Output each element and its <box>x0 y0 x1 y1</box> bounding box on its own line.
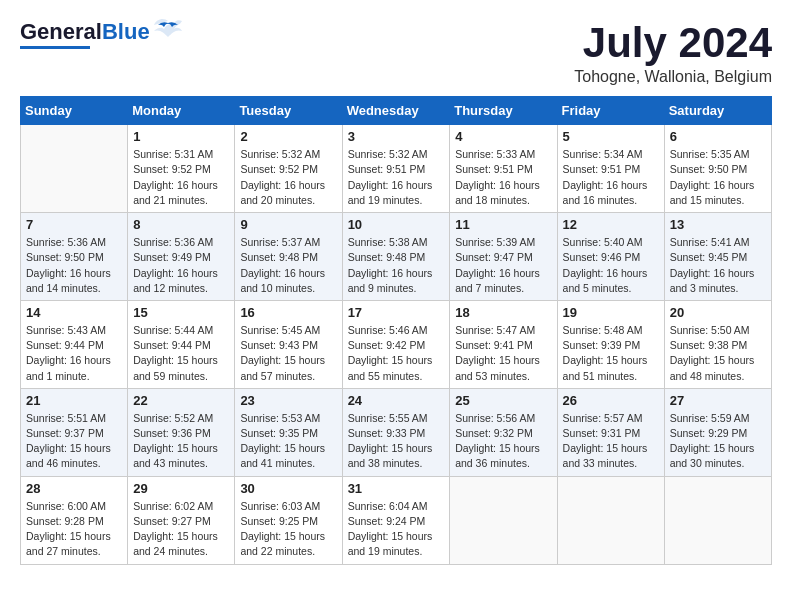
day-number: 17 <box>348 305 445 320</box>
day-number: 14 <box>26 305 122 320</box>
calendar-cell <box>21 125 128 213</box>
day-info: Sunrise: 5:40 AM Sunset: 9:46 PM Dayligh… <box>563 235 659 296</box>
day-info: Sunrise: 5:46 AM Sunset: 9:42 PM Dayligh… <box>348 323 445 384</box>
calendar-week-row: 7Sunrise: 5:36 AM Sunset: 9:50 PM Daylig… <box>21 213 772 301</box>
calendar-cell: 26Sunrise: 5:57 AM Sunset: 9:31 PM Dayli… <box>557 388 664 476</box>
day-info: Sunrise: 5:32 AM Sunset: 9:51 PM Dayligh… <box>348 147 445 208</box>
calendar-cell: 25Sunrise: 5:56 AM Sunset: 9:32 PM Dayli… <box>450 388 557 476</box>
day-number: 15 <box>133 305 229 320</box>
weekday-header-saturday: Saturday <box>664 97 771 125</box>
calendar-cell: 12Sunrise: 5:40 AM Sunset: 9:46 PM Dayli… <box>557 213 664 301</box>
day-number: 21 <box>26 393 122 408</box>
weekday-header-wednesday: Wednesday <box>342 97 450 125</box>
calendar-cell: 18Sunrise: 5:47 AM Sunset: 9:41 PM Dayli… <box>450 300 557 388</box>
calendar-cell: 24Sunrise: 5:55 AM Sunset: 9:33 PM Dayli… <box>342 388 450 476</box>
day-number: 22 <box>133 393 229 408</box>
day-info: Sunrise: 5:39 AM Sunset: 9:47 PM Dayligh… <box>455 235 551 296</box>
day-number: 7 <box>26 217 122 232</box>
day-number: 8 <box>133 217 229 232</box>
day-info: Sunrise: 5:47 AM Sunset: 9:41 PM Dayligh… <box>455 323 551 384</box>
day-number: 30 <box>240 481 336 496</box>
day-info: Sunrise: 5:38 AM Sunset: 9:48 PM Dayligh… <box>348 235 445 296</box>
day-number: 28 <box>26 481 122 496</box>
calendar-cell: 30Sunrise: 6:03 AM Sunset: 9:25 PM Dayli… <box>235 476 342 564</box>
calendar-cell: 9Sunrise: 5:37 AM Sunset: 9:48 PM Daylig… <box>235 213 342 301</box>
day-number: 23 <box>240 393 336 408</box>
day-info: Sunrise: 5:59 AM Sunset: 9:29 PM Dayligh… <box>670 411 766 472</box>
page-header: GeneralBlue July 2024 Tohogne, Wallonia,… <box>20 20 772 86</box>
calendar-cell: 6Sunrise: 5:35 AM Sunset: 9:50 PM Daylig… <box>664 125 771 213</box>
day-number: 16 <box>240 305 336 320</box>
calendar-cell: 28Sunrise: 6:00 AM Sunset: 9:28 PM Dayli… <box>21 476 128 564</box>
title-block: July 2024 Tohogne, Wallonia, Belgium <box>574 20 772 86</box>
day-number: 12 <box>563 217 659 232</box>
logo-underline <box>20 46 90 49</box>
day-info: Sunrise: 5:36 AM Sunset: 9:50 PM Dayligh… <box>26 235 122 296</box>
calendar-cell: 22Sunrise: 5:52 AM Sunset: 9:36 PM Dayli… <box>128 388 235 476</box>
day-info: Sunrise: 6:00 AM Sunset: 9:28 PM Dayligh… <box>26 499 122 560</box>
day-number: 2 <box>240 129 336 144</box>
calendar-cell: 11Sunrise: 5:39 AM Sunset: 9:47 PM Dayli… <box>450 213 557 301</box>
day-info: Sunrise: 5:34 AM Sunset: 9:51 PM Dayligh… <box>563 147 659 208</box>
day-info: Sunrise: 5:57 AM Sunset: 9:31 PM Dayligh… <box>563 411 659 472</box>
calendar-cell: 20Sunrise: 5:50 AM Sunset: 9:38 PM Dayli… <box>664 300 771 388</box>
day-info: Sunrise: 5:41 AM Sunset: 9:45 PM Dayligh… <box>670 235 766 296</box>
day-info: Sunrise: 5:55 AM Sunset: 9:33 PM Dayligh… <box>348 411 445 472</box>
day-info: Sunrise: 5:32 AM Sunset: 9:52 PM Dayligh… <box>240 147 336 208</box>
calendar-week-row: 28Sunrise: 6:00 AM Sunset: 9:28 PM Dayli… <box>21 476 772 564</box>
day-info: Sunrise: 5:36 AM Sunset: 9:49 PM Dayligh… <box>133 235 229 296</box>
day-number: 5 <box>563 129 659 144</box>
calendar-cell: 16Sunrise: 5:45 AM Sunset: 9:43 PM Dayli… <box>235 300 342 388</box>
calendar-cell <box>664 476 771 564</box>
calendar-cell: 5Sunrise: 5:34 AM Sunset: 9:51 PM Daylig… <box>557 125 664 213</box>
day-number: 1 <box>133 129 229 144</box>
day-number: 31 <box>348 481 445 496</box>
calendar-cell: 19Sunrise: 5:48 AM Sunset: 9:39 PM Dayli… <box>557 300 664 388</box>
logo: GeneralBlue <box>20 20 182 49</box>
day-number: 10 <box>348 217 445 232</box>
calendar-cell: 10Sunrise: 5:38 AM Sunset: 9:48 PM Dayli… <box>342 213 450 301</box>
calendar-week-row: 21Sunrise: 5:51 AM Sunset: 9:37 PM Dayli… <box>21 388 772 476</box>
day-number: 18 <box>455 305 551 320</box>
weekday-header-sunday: Sunday <box>21 97 128 125</box>
day-info: Sunrise: 5:48 AM Sunset: 9:39 PM Dayligh… <box>563 323 659 384</box>
day-info: Sunrise: 6:02 AM Sunset: 9:27 PM Dayligh… <box>133 499 229 560</box>
calendar-week-row: 14Sunrise: 5:43 AM Sunset: 9:44 PM Dayli… <box>21 300 772 388</box>
day-number: 4 <box>455 129 551 144</box>
day-number: 25 <box>455 393 551 408</box>
day-info: Sunrise: 5:33 AM Sunset: 9:51 PM Dayligh… <box>455 147 551 208</box>
calendar-cell <box>557 476 664 564</box>
logo-bird-icon <box>154 17 182 44</box>
location-text: Tohogne, Wallonia, Belgium <box>574 68 772 86</box>
day-info: Sunrise: 5:44 AM Sunset: 9:44 PM Dayligh… <box>133 323 229 384</box>
weekday-header-friday: Friday <box>557 97 664 125</box>
day-info: Sunrise: 5:50 AM Sunset: 9:38 PM Dayligh… <box>670 323 766 384</box>
day-info: Sunrise: 5:43 AM Sunset: 9:44 PM Dayligh… <box>26 323 122 384</box>
weekday-header-monday: Monday <box>128 97 235 125</box>
day-info: Sunrise: 5:53 AM Sunset: 9:35 PM Dayligh… <box>240 411 336 472</box>
month-title: July 2024 <box>574 20 772 66</box>
calendar-cell: 2Sunrise: 5:32 AM Sunset: 9:52 PM Daylig… <box>235 125 342 213</box>
calendar-cell: 29Sunrise: 6:02 AM Sunset: 9:27 PM Dayli… <box>128 476 235 564</box>
calendar-cell: 1Sunrise: 5:31 AM Sunset: 9:52 PM Daylig… <box>128 125 235 213</box>
day-number: 11 <box>455 217 551 232</box>
weekday-header-tuesday: Tuesday <box>235 97 342 125</box>
calendar-cell: 14Sunrise: 5:43 AM Sunset: 9:44 PM Dayli… <box>21 300 128 388</box>
day-number: 27 <box>670 393 766 408</box>
day-number: 6 <box>670 129 766 144</box>
calendar-cell: 15Sunrise: 5:44 AM Sunset: 9:44 PM Dayli… <box>128 300 235 388</box>
calendar-cell <box>450 476 557 564</box>
calendar-cell: 7Sunrise: 5:36 AM Sunset: 9:50 PM Daylig… <box>21 213 128 301</box>
day-number: 19 <box>563 305 659 320</box>
calendar-cell: 17Sunrise: 5:46 AM Sunset: 9:42 PM Dayli… <box>342 300 450 388</box>
calendar-cell: 4Sunrise: 5:33 AM Sunset: 9:51 PM Daylig… <box>450 125 557 213</box>
day-number: 20 <box>670 305 766 320</box>
day-number: 24 <box>348 393 445 408</box>
logo-general: General <box>20 19 102 44</box>
weekday-header-row: SundayMondayTuesdayWednesdayThursdayFrid… <box>21 97 772 125</box>
day-number: 9 <box>240 217 336 232</box>
day-info: Sunrise: 5:51 AM Sunset: 9:37 PM Dayligh… <box>26 411 122 472</box>
day-number: 26 <box>563 393 659 408</box>
calendar-cell: 3Sunrise: 5:32 AM Sunset: 9:51 PM Daylig… <box>342 125 450 213</box>
calendar-week-row: 1Sunrise: 5:31 AM Sunset: 9:52 PM Daylig… <box>21 125 772 213</box>
